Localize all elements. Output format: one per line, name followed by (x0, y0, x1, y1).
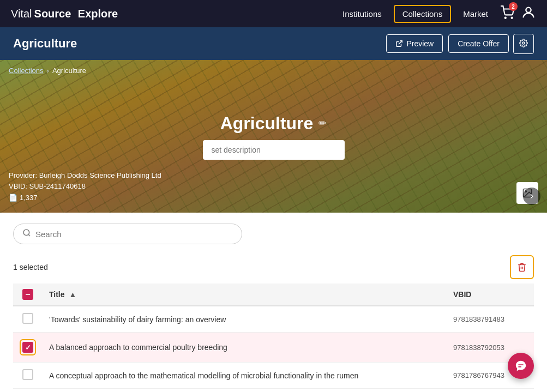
edit-title-icon[interactable]: ✏ (318, 117, 327, 129)
logo[interactable]: VitalSource Explore (11, 8, 118, 20)
cart-badge: 2 (509, 2, 518, 11)
select-all-header[interactable] (13, 284, 43, 306)
breadcrumb-current: Agriculture (52, 67, 86, 75)
create-offer-button[interactable]: Create Offer (448, 34, 509, 53)
svg-point-4 (522, 42, 525, 44)
chatbot-button[interactable] (508, 353, 534, 379)
user-icon (521, 5, 536, 20)
table-body: 'Towards' sustainability of dairy farmin… (13, 306, 534, 389)
table-row: A balanced approach to commercial poultr… (13, 333, 534, 363)
hero-content: Agriculture ✏ (203, 113, 345, 160)
hero-title-row: Agriculture ✏ (203, 113, 345, 134)
nav-links: Institutions Collections Market (335, 5, 496, 23)
logo-source: Source (34, 8, 71, 20)
vbid-header: VBID (447, 284, 534, 306)
external-link-icon (395, 40, 403, 47)
breadcrumb-separator: › (47, 67, 49, 75)
row-checkbox[interactable] (22, 342, 33, 353)
table-header: Title ▲ VBID (13, 284, 534, 306)
nav-institutions[interactable]: Institutions (335, 6, 389, 22)
table-row: 'Towards' sustainability of dairy farmin… (13, 306, 534, 333)
nav-collections[interactable]: Collections (394, 5, 451, 23)
table-row: A conceptual approach to the mathematica… (13, 363, 534, 389)
chevron-right-icon (528, 192, 536, 200)
row-title: A balanced approach to commercial poultr… (43, 333, 447, 363)
books-table: Title ▲ VBID 'Towards' sustainability of… (13, 284, 534, 389)
settings-button[interactable] (513, 34, 534, 54)
search-bar-wrap (13, 224, 534, 244)
svg-line-3 (399, 41, 402, 44)
user-menu[interactable] (521, 5, 536, 22)
row-checkbox[interactable] (22, 313, 33, 324)
description-input[interactable] (203, 140, 345, 160)
hero-section: Collections › Agriculture Agriculture ✏ … (0, 60, 547, 213)
sort-arrow-icon: ▲ (69, 290, 76, 299)
scroll-indicator[interactable] (523, 188, 540, 205)
row-vbid: 9781838791483 (447, 306, 534, 333)
page-title: Agriculture (13, 37, 77, 51)
selected-count: 1 selected (13, 263, 48, 272)
provider-text: Provider: Burleigh Dodds Science Publish… (9, 170, 161, 182)
svg-point-7 (23, 230, 29, 236)
search-icon (22, 228, 31, 239)
preview-button[interactable]: Preview (386, 34, 443, 53)
svg-line-8 (28, 234, 30, 236)
title-header[interactable]: Title ▲ (43, 284, 447, 306)
secondary-header: Agriculture Preview Create Offer (0, 27, 547, 60)
hero-title: Agriculture (220, 113, 314, 134)
search-bar (13, 224, 242, 244)
selection-bar: 1 selected (13, 255, 534, 279)
delete-button[interactable] (510, 255, 534, 279)
search-input[interactable] (35, 230, 233, 239)
svg-point-2 (526, 8, 531, 13)
file-icon: 📄 (9, 192, 17, 204)
breadcrumb-collections-link[interactable]: Collections (9, 67, 44, 75)
content-area: 1 selected Title ▲ VBID 'Towards' (0, 213, 547, 392)
vbid-text: VBID: SUB-2411740618 (9, 181, 161, 192)
logo-explore: Explore (78, 8, 118, 20)
hero-meta: Provider: Burleigh Dodds Science Publish… (9, 170, 161, 204)
svg-point-0 (505, 17, 506, 19)
breadcrumb: Collections › Agriculture (9, 67, 86, 75)
row-title: A conceptual approach to the mathematica… (43, 363, 447, 389)
select-all-checkbox[interactable] (22, 289, 33, 300)
svg-point-1 (512, 17, 513, 19)
row-title: 'Towards' sustainability of dairy farmin… (43, 306, 447, 333)
row-checkbox[interactable] (22, 369, 33, 380)
settings-icon (519, 39, 528, 47)
top-navigation: VitalSource Explore Institutions Collect… (0, 0, 547, 27)
count-text: 1,337 (20, 192, 38, 204)
chatbot-icon (515, 360, 527, 372)
logo-vital: Vital (11, 8, 32, 20)
trash-icon (517, 262, 527, 272)
nav-market[interactable]: Market (455, 6, 496, 22)
cart-button[interactable]: 2 (500, 5, 514, 22)
